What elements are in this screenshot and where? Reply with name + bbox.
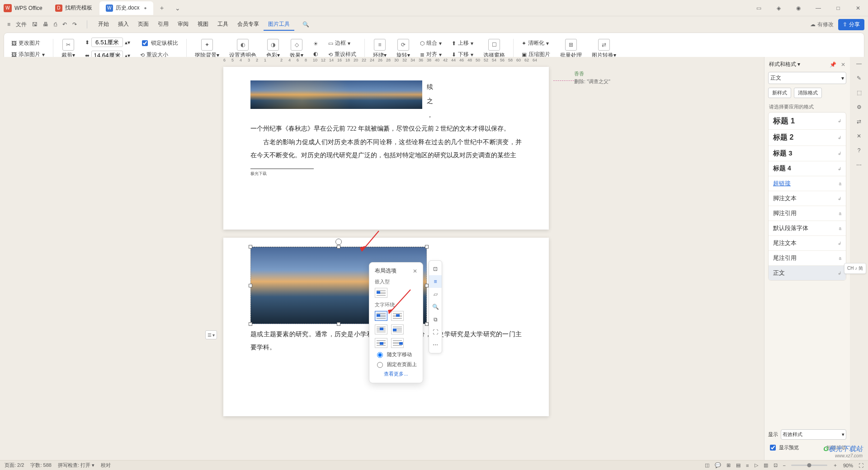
transfer-icon[interactable]: ⇄ — [857, 118, 861, 125]
wrap-topbottom-option[interactable] — [391, 324, 404, 334]
float-more-button[interactable]: ⋯ — [429, 338, 442, 351]
select-icon[interactable]: ⬚ — [857, 89, 862, 96]
wrap-tight-option[interactable] — [391, 311, 404, 321]
canvas-area[interactable]: 6543212468101214161820222426283032343638… — [8, 57, 764, 460]
clear-format-button[interactable]: 清除格式 — [794, 88, 822, 98]
height-input[interactable] — [91, 38, 123, 47]
zoom-out-button[interactable]: − — [783, 463, 786, 468]
brightness-button[interactable]: ☀ — [311, 40, 320, 48]
ime-indicator[interactable]: CH ♪ 简 — [844, 263, 866, 274]
view-nav-icon[interactable]: ⊞ — [726, 462, 731, 468]
resize-handle-e[interactable] — [425, 284, 429, 287]
tab-menu-button[interactable]: ⌄ — [170, 5, 185, 12]
float-crop-button[interactable]: ▱ — [429, 288, 442, 301]
menu-开始[interactable]: 开始 — [94, 19, 113, 31]
convert-button[interactable]: ⇄图片转换▾ — [590, 39, 618, 59]
wrap-through-option[interactable] — [375, 324, 387, 334]
current-style-select[interactable]: 正文▾ — [768, 72, 846, 84]
zoom-slider[interactable] — [791, 465, 827, 466]
spell-check-status[interactable]: 拼写检查: 打开 ▾ — [58, 462, 94, 469]
border-button[interactable]: ▭边框▾ — [326, 38, 358, 48]
save-icon[interactable]: 🖫 — [32, 21, 38, 28]
float-fill-button[interactable]: ⊡ — [429, 263, 442, 275]
menu-插入[interactable]: 插入 — [113, 19, 133, 31]
wrap-square-option[interactable] — [375, 311, 387, 321]
fix-on-page-radio[interactable]: 固定在页面上 — [375, 361, 417, 368]
zoom-level[interactable]: 90% — [843, 463, 853, 468]
style-item[interactable]: 标题 3↲ — [769, 146, 846, 161]
style-item[interactable]: 超链接a — [769, 176, 846, 191]
outline-toggle[interactable]: ☰ ▾ — [205, 330, 217, 339]
combine-button[interactable]: ⬡组合▾ — [418, 38, 443, 48]
lock-ratio-checkbox[interactable]: 锁定纵横比 — [138, 38, 180, 48]
popup-close-icon[interactable]: ✕ — [413, 268, 417, 274]
print-icon[interactable]: 🖶 — [43, 21, 48, 28]
menu-图片工具[interactable]: 图片工具 — [264, 19, 294, 31]
menu-视图[interactable]: 视图 — [193, 19, 213, 31]
style-item[interactable]: 默认段落字体a — [769, 221, 846, 236]
tab-document[interactable]: W 历史.docx ● — [99, 1, 153, 15]
new-style-button[interactable]: 新样式 — [768, 88, 791, 98]
color-button[interactable]: ◑色彩▾ — [264, 39, 282, 59]
resize-handle-se[interactable] — [425, 322, 429, 326]
revision-comment[interactable]: 香香 删除: "调查之父" — [574, 70, 669, 85]
tab-templates[interactable]: D 找稻壳模板 — [49, 1, 99, 15]
panel-close-icon[interactable]: ✕ — [841, 61, 845, 68]
wrap-button[interactable]: ≡环绕▾ — [371, 39, 388, 59]
wrap-inline-option[interactable] — [375, 288, 387, 298]
wrap-front-option[interactable] — [391, 338, 404, 348]
crop-button[interactable]: ✂ 裁剪▾ — [60, 39, 77, 59]
minimize-button[interactable]: — — [812, 5, 825, 11]
resize-handle-nw[interactable] — [249, 245, 252, 249]
rotate-button[interactable]: ⟳旋转▾ — [395, 39, 412, 59]
has-changes-indicator[interactable]: ☁ 有修改 — [810, 21, 834, 28]
style-item[interactable]: 标题 2↲ — [769, 130, 846, 146]
preview-checkbox[interactable]: 显示预览 — [768, 443, 799, 452]
page-indicator[interactable]: 页面: 2/2 — [5, 462, 24, 469]
maximize-button[interactable]: □ — [832, 5, 844, 11]
more-icon[interactable]: ⋯ — [856, 162, 862, 168]
view-play-icon[interactable]: ▷ — [755, 462, 758, 468]
remove-bg-button[interactable]: ✦抠除背景▾ — [193, 39, 221, 59]
rotate-handle[interactable] — [335, 239, 342, 245]
style-item[interactable]: 尾注文本↲ — [769, 236, 846, 251]
style-item[interactable]: 正文↲ — [769, 266, 846, 280]
float-copy-button[interactable]: ⧉ — [429, 313, 442, 326]
move-with-text-radio[interactable]: 随文字移动 — [375, 351, 417, 358]
pin-icon[interactable]: 📌 — [830, 61, 836, 68]
redo-icon[interactable]: ↷ — [72, 21, 77, 28]
style-item[interactable]: 标题 1↲ — [769, 113, 846, 130]
settings-icon[interactable]: ⚙ — [857, 104, 862, 110]
select-pane-button[interactable]: ☐选择窗格 — [481, 39, 507, 59]
resize-handle-w[interactable] — [249, 284, 252, 287]
close-button[interactable]: ✕ — [852, 5, 864, 11]
set-transparent-button[interactable]: ◐设置透明色 — [227, 39, 258, 59]
resize-handle-ne[interactable] — [425, 245, 429, 249]
collapse-icon[interactable]: — — [856, 61, 862, 67]
cloud-icon[interactable]: ◈ — [772, 5, 785, 11]
view-print-icon[interactable]: ⊡ — [774, 462, 778, 468]
menu-工具[interactable]: 工具 — [213, 19, 233, 31]
view-comment-icon[interactable]: 💬 — [715, 462, 721, 468]
resize-handle-n[interactable] — [337, 245, 340, 249]
float-layout-button[interactable]: ≡ — [429, 275, 442, 288]
sharpen-button[interactable]: ✦清晰化▾ — [520, 38, 552, 48]
show-filter-select[interactable]: 有效样式▾ — [781, 429, 846, 440]
style-item[interactable]: 尾注引用a — [769, 251, 846, 266]
move-up-button[interactable]: ⬆上移▾ — [450, 38, 475, 48]
window-mini-icon[interactable]: ▭ — [752, 5, 765, 11]
menu-引用[interactable]: 引用 — [153, 19, 173, 31]
zoom-in-button[interactable]: ＋ — [833, 462, 838, 469]
menu-会员专享[interactable]: 会员专享 — [233, 19, 264, 31]
avatar-icon[interactable]: ◉ — [792, 5, 805, 11]
search-icon[interactable]: 🔍 — [302, 21, 309, 28]
menu-页面[interactable]: 页面 — [133, 19, 153, 31]
change-image-button[interactable]: 🖼更改图片 — [9, 38, 47, 48]
view-web-icon[interactable]: ▤ — [736, 462, 741, 468]
style-item[interactable]: 标题 4↲ — [769, 161, 846, 176]
wrap-behind-option[interactable] — [375, 338, 387, 348]
fit-button[interactable]: ⛶ — [859, 463, 863, 468]
proof-status[interactable]: 校对 — [101, 462, 111, 469]
document-image-1[interactable] — [250, 80, 422, 109]
print-preview-icon[interactable]: ⎙ — [54, 21, 57, 28]
